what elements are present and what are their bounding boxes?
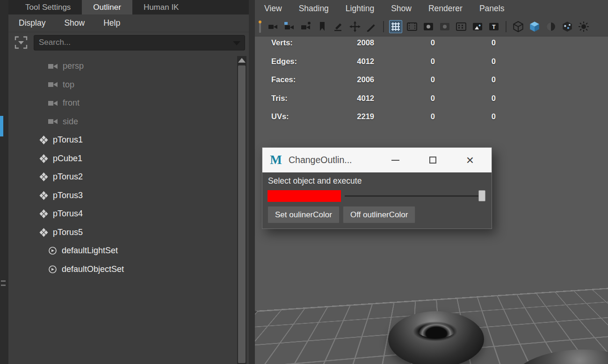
off-outliner-color-button[interactable]: Off outlinerColor (343, 206, 415, 223)
pan-zoom-icon[interactable] (348, 20, 362, 33)
menu-display[interactable]: Display (19, 18, 45, 28)
hud-col3: 0 (435, 75, 496, 84)
menu-lighting[interactable]: Lighting (346, 4, 374, 14)
hud-col3: 0 (435, 57, 496, 66)
hud-total: 4012 (313, 57, 374, 66)
grid-toggle-icon[interactable] (389, 20, 402, 33)
menu-show[interactable]: Show (391, 4, 412, 14)
select-camera-icon[interactable] (267, 20, 280, 33)
tree-item-pcube1[interactable]: pCube1 (8, 150, 236, 168)
gate-mask-icon[interactable] (438, 20, 451, 33)
slider-track[interactable] (345, 195, 485, 197)
scroll-up-icon[interactable] (238, 58, 246, 63)
tree-item-ptorus5[interactable]: pTorus5 (8, 223, 236, 242)
torus-object[interactable] (388, 311, 484, 364)
viewport-panel[interactable]: View Shading Lighting Show Renderer Pane… (255, 0, 608, 364)
menu-help[interactable]: Help (103, 18, 120, 28)
scrollbar-thumb[interactable] (238, 65, 246, 363)
toolbox-edge-strip (0, 0, 8, 364)
panel-divider[interactable] (249, 0, 255, 364)
field-chart-icon[interactable] (455, 20, 468, 33)
smooth-shade-icon[interactable] (528, 20, 541, 33)
hud-col3: 0 (435, 38, 496, 47)
tree-item-label: defaultLightSet (62, 246, 118, 256)
camera-attributes-icon[interactable] (299, 20, 312, 33)
tree-item-ptorus2[interactable]: pTorus2 (8, 168, 236, 186)
tree-item-label: side (63, 117, 78, 127)
camera-icon (48, 118, 58, 125)
image-plane-icon[interactable] (332, 20, 345, 33)
dialog-title-bar[interactable]: M ChangeOutlin... × (262, 148, 492, 172)
menu-panels[interactable]: Panels (479, 4, 505, 14)
hud-row-faces: Faces: 2006 0 0 (255, 71, 496, 89)
menu-view[interactable]: View (264, 4, 282, 14)
hud-label: UVs: (271, 112, 313, 121)
set-outliner-color-button[interactable]: Set oulinerColor (268, 206, 340, 223)
panel-drag-handle[interactable] (259, 21, 261, 33)
menu-renderer[interactable]: Renderer (428, 4, 463, 14)
tree-item-label: pTorus5 (53, 228, 83, 237)
search-input[interactable] (39, 38, 230, 47)
lock-camera-icon[interactable] (283, 20, 296, 33)
hud-row-tris: Tris: 4012 0 0 (255, 89, 496, 108)
outliner-scrollbar[interactable] (237, 56, 246, 364)
hud-label: Faces: (271, 75, 313, 84)
tree-item-ptorus1[interactable]: pTorus1 (8, 131, 236, 150)
hud-col2: 0 (374, 75, 435, 84)
panel-grip[interactable] (1, 280, 6, 289)
close-icon[interactable]: × (466, 154, 474, 167)
tree-item-label: top (63, 80, 74, 90)
wireframe-icon[interactable] (512, 20, 525, 33)
object-set-icon (48, 265, 57, 274)
maximize-icon[interactable] (429, 157, 436, 164)
minimize-icon[interactable] (391, 160, 399, 161)
hud-col3: 0 (435, 112, 496, 121)
safe-title-icon[interactable]: T (487, 20, 500, 33)
slider-handle[interactable] (478, 190, 485, 201)
grease-pencil-icon[interactable] (365, 20, 378, 33)
tree-item-defaultlightset[interactable]: defaultLightSet (8, 242, 236, 260)
hud-label: Verts: (271, 38, 313, 47)
window-controls: × (391, 154, 485, 167)
tree-item-front[interactable]: front (8, 94, 236, 113)
tab-tool-settings[interactable]: Tool Settings (14, 0, 82, 14)
menu-shading[interactable]: Shading (299, 4, 329, 14)
color-swatch[interactable] (268, 190, 341, 202)
tree-item-label: pTorus4 (53, 209, 83, 219)
tree-item-label: defaultObjectSet (62, 264, 124, 274)
hud-total: 4012 (313, 94, 374, 103)
outliner-panel: Tool Settings Outliner Human IK Display … (8, 0, 249, 364)
tree-item-persp[interactable]: persp (8, 57, 236, 76)
dialog-body: Select object and execute Set oulinerCol… (262, 172, 492, 228)
film-gate-icon[interactable] (405, 20, 419, 33)
tree-item-label: persp (63, 61, 84, 71)
maya-window: Tool Settings Outliner Human IK Display … (0, 0, 608, 364)
tree-item-top[interactable]: top (8, 76, 236, 94)
tab-outliner[interactable]: Outliner (82, 0, 132, 14)
panel-tab-bar: Tool Settings Outliner Human IK (8, 0, 249, 14)
tab-human-ik[interactable]: Human IK (132, 0, 190, 14)
camera-icon (48, 63, 58, 70)
lighting-icon[interactable] (577, 20, 590, 33)
polygon-icon (39, 136, 48, 144)
tree-item-defaultobjectset[interactable]: defaultObjectSet (8, 260, 236, 279)
menu-show[interactable]: Show (64, 18, 85, 28)
polygon-icon (39, 172, 48, 181)
bookmarks-icon[interactable] (316, 20, 329, 33)
dialog-instruction: Select object and execute (268, 175, 486, 190)
default-material-icon[interactable] (544, 20, 557, 33)
tree-item-side[interactable]: side (8, 113, 236, 131)
viewport-menu-bar: View Shading Lighting Show Renderer Pane… (255, 0, 608, 17)
safe-action-icon[interactable] (471, 20, 484, 33)
tree-item-ptorus3[interactable]: pTorus3 (8, 186, 236, 205)
dialog-buttons: Set oulinerColor Off outlinerColor (268, 206, 486, 223)
textured-icon[interactable] (561, 20, 574, 33)
hud-col2: 0 (374, 112, 435, 121)
hud-label: Tris: (271, 94, 313, 103)
resolution-gate-icon[interactable] (422, 20, 435, 33)
tree-item-ptorus4[interactable]: pTorus4 (8, 205, 236, 223)
search-dropdown-icon[interactable] (233, 41, 240, 45)
filter-icon[interactable] (13, 35, 29, 50)
hud-total: 2006 (313, 75, 374, 84)
outliner-search-row (8, 32, 249, 53)
